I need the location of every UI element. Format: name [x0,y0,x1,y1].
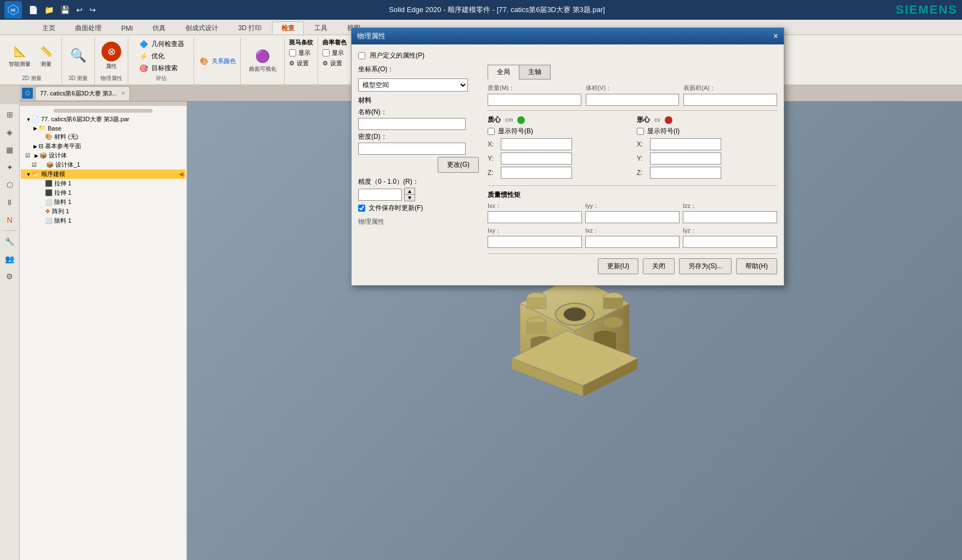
precision-spinner[interactable]: ▲ ▼ [404,188,415,201]
title-icon-save[interactable]: 💾 [58,4,72,15]
precision-down[interactable]: ▼ [405,195,415,201]
tree-item-designbody[interactable]: ☑ ▶ 📦 设计体 [21,151,185,160]
iyz-input[interactable]: 0.000 kg-m^2 [683,236,777,248]
left-btn-grid[interactable]: ▦ [2,142,18,158]
precision-input[interactable]: 0. 99 [358,189,402,201]
title-icon-undo[interactable]: ↩ [74,4,85,15]
form-y-label: Y: [637,155,647,162]
title-icon-open[interactable]: 📁 [42,4,56,15]
tree-designbody1-check[interactable]: ☑ [32,162,39,168]
volume-input[interactable]: 760773.058 mm^3 [586,94,680,106]
btn-target-search[interactable]: 目标搜索 [151,64,178,73]
ribbon-tab-inspect[interactable]: 检查 [272,21,304,35]
centroid-y-label: Y: [488,155,497,162]
cv-label: cv [654,117,660,123]
iyy-input[interactable]: 0.000 kg-m^2 [585,211,680,223]
title-icon-new[interactable]: 📄 [26,4,40,15]
tree-root[interactable]: ▼ 📄 77. catics第6届3D大赛 第3题.par [21,115,185,124]
left-btn-people[interactable]: 👥 [2,251,18,267]
ribbon-tab-3dprint[interactable]: 3D 打印 [229,21,271,35]
close-btn[interactable]: 关闭 [643,258,675,274]
left-btn-parallel[interactable]: Ⅱ [2,194,18,211]
title-icon-redo[interactable]: ↪ [87,4,98,15]
update-btn[interactable]: 更新(U) [598,258,639,274]
form-center-show-check[interactable] [637,128,644,135]
centroid-x-input[interactable]: 0.00 mm [501,138,572,150]
form-z-input[interactable]: 40.52 mm [650,167,721,179]
ribbon-group-attribute-items: ⊗ 属性 [99,38,123,73]
doc-tab-main[interactable]: 77. catics第6届3D大赛 第3... × [35,86,130,100]
btn-attribute[interactable]: ⊗ 属性 [99,41,123,71]
help-btn[interactable]: 帮助(H) [736,258,777,274]
tab-axis[interactable]: 主轴 [519,65,551,80]
tree-plane-expand[interactable]: ▶ [32,144,38,149]
ribbon-tab-pmi[interactable]: PMI [112,21,142,35]
precision-up[interactable]: ▲ [405,188,415,195]
tree-base-expand[interactable]: ▶ [32,126,38,131]
save-as-btn[interactable]: 另存为(S)... [679,258,732,274]
btn-measure[interactable]: 📏 测量 [35,43,57,69]
form-y-input[interactable]: 0.00 mm [650,152,721,165]
centroid-show-check[interactable] [488,128,495,135]
tree-item-designbody1[interactable]: ☑ 📦 设计体_1 [21,160,185,169]
btn-surface-vis[interactable]: 🟣 曲面可视化 [247,48,279,74]
form-x-input[interactable]: 0.00 mm [650,138,721,150]
tree-item-extrude1[interactable]: ⬛ 拉伸 1 [21,179,185,188]
btn-3d-measure[interactable]: 🔍 [67,47,89,65]
tree-item-plane[interactable]: ▶ ⊟ 基本参考平面 [21,142,185,151]
curvcolor-show-check[interactable] [322,49,330,56]
material-name-input[interactable] [358,118,466,130]
phys-dialog-titlebar[interactable]: 物理属性 × [352,28,784,44]
btn-geom-check[interactable]: 几何检查器 [151,39,184,49]
tree-item-extrude2[interactable]: ⬛ 拉伸 1 [21,188,185,197]
tree-root-expand[interactable]: ▼ [25,117,32,122]
tree-designbody-expand[interactable]: ▶ [33,153,39,159]
ribbon-tab-surface[interactable]: 曲面处理 [66,21,111,35]
coord-select[interactable]: 模型空间 [358,78,468,92]
doc-tab-close[interactable]: × [121,89,125,97]
phys-dialog-close[interactable]: × [773,31,778,41]
ixy-input[interactable]: 0.000 kg-m^2 [488,236,582,248]
tree-item-pattern1[interactable]: ❖ 阵列 1 [21,207,185,216]
left-btn-nastran[interactable]: N [2,212,18,228]
surface-input[interactable]: 83012.10 mm^2 [683,94,777,106]
tree-sequence-expand[interactable]: ▼ [25,172,32,177]
left-btn-wrench[interactable]: 🔧 [2,233,18,250]
left-btn-view[interactable]: ◈ [2,124,18,140]
density-input[interactable]: 0. 000 kg/m³ [358,143,466,155]
mass-input[interactable]: 0.000 kg [488,94,581,106]
ixz-input[interactable]: 0.000 kg-m^2 [585,236,680,248]
ribbon-tab-tools[interactable]: 工具 [305,21,337,35]
tree-designbody-check[interactable]: ☑ [25,152,33,159]
ixx-input[interactable]: 0.000 kg-m^2 [488,211,582,223]
centroid-y-input[interactable]: 0.00 mm [501,152,572,165]
curvcolor-settings-label[interactable]: 设置 [330,59,342,67]
ribbon-tab-generative[interactable]: 创成式设计 [176,21,228,35]
ribbon-tab-sim[interactable]: 仿真 [143,21,175,35]
tree-item-sequence[interactable]: ▼ 📂 顺序建模 ◀ [21,169,185,179]
tree-panel: ▼ 📄 77. catics第6届3D大赛 第3题.par ▶ 📁 Base 🎨… [20,101,187,560]
left-btn-orient[interactable]: ✦ [2,159,18,176]
ribbon-tab-home[interactable]: 主页 [33,21,65,35]
user-props-check[interactable] [358,52,365,59]
btn-smart-measure[interactable]: 📐 智能测量 [7,43,33,69]
left-btn-hex[interactable]: ⬡ [2,177,18,193]
tree-item-base[interactable]: ▶ 📁 Base [21,124,185,132]
volume-item: 体积(V)： 760773.058 mm^3 [586,84,680,106]
precision-label: 精度（0 - 1.0）(R)： [358,177,479,186]
btn-optimize[interactable]: 优化 [151,52,165,61]
tree-item-material[interactable]: 🎨 材料 (无) [21,132,185,142]
eval-row2: ⚡ 优化 [138,50,165,61]
left-btn-select[interactable]: ⊞ [2,106,18,123]
izz-input[interactable]: 0.000 kg-m^2 [683,211,777,223]
file-update-check[interactable] [358,205,365,212]
tab-global[interactable]: 全局 [488,65,519,80]
tree-item-cut2[interactable]: ⬜ 除料 1 [21,216,185,225]
left-btn-settings[interactable]: ⚙ [2,268,18,285]
tree-item-cut1[interactable]: ⬜ 除料 1 [21,197,185,207]
centroid-z-input[interactable]: 40.52 mm [501,167,572,179]
btn-relation-color[interactable]: 关系颜色 [212,57,236,65]
zebra-show-check[interactable] [289,49,296,56]
update-material-btn[interactable]: 更改(G) [438,157,479,173]
zebra-settings-label[interactable]: 设置 [297,59,309,67]
